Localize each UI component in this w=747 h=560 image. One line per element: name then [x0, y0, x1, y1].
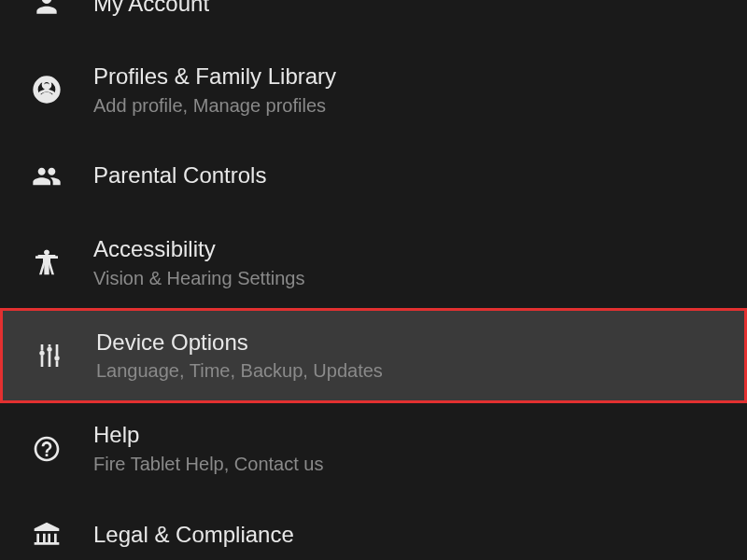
svg-point-3 — [39, 351, 44, 356]
settings-item-help[interactable]: Help Fire Tablet Help, Contact us — [0, 403, 747, 494]
settings-item-text: Parental Controls — [93, 162, 266, 189]
svg-rect-8 — [49, 352, 51, 367]
svg-point-6 — [47, 347, 51, 352]
settings-item-subtitle: Add profile, Manage profiles — [93, 94, 336, 117]
settings-item-title: Profiles & Family Library — [93, 63, 336, 91]
settings-item-accessibility[interactable]: Accessibility Vision & Hearing Settings — [0, 217, 747, 308]
settings-item-subtitle: Fire Tablet Help, Contact us — [93, 453, 323, 475]
settings-item-title: My Account — [93, 0, 209, 17]
settings-item-text: Legal & Compliance — [93, 522, 294, 549]
settings-item-title: Accessibility — [93, 236, 304, 263]
settings-item-text: My Account — [93, 0, 209, 17]
profile-circle-icon — [28, 71, 65, 108]
settings-item-text: Accessibility Vision & Hearing Settings — [93, 236, 304, 289]
settings-item-my-account[interactable]: My Account — [0, 0, 747, 45]
svg-rect-7 — [49, 344, 51, 347]
settings-item-parental-controls[interactable]: Parental Controls — [0, 135, 747, 217]
svg-point-2 — [44, 250, 49, 255]
settings-item-subtitle: Language, Time, Backup, Updates — [96, 359, 383, 382]
settings-item-profiles[interactable]: Profiles & Family Library Add profile, M… — [0, 45, 747, 135]
legal-icon — [28, 516, 65, 553]
settings-item-device-options[interactable]: Device Options Language, Time, Backup, U… — [0, 308, 747, 404]
people-icon — [28, 158, 65, 195]
settings-item-title: Legal & Compliance — [93, 522, 294, 549]
svg-rect-4 — [41, 344, 44, 351]
settings-item-title: Help — [93, 422, 323, 449]
settings-item-title: Parental Controls — [93, 162, 266, 189]
settings-item-title: Device Options — [96, 329, 383, 357]
settings-item-legal[interactable]: Legal & Compliance — [0, 494, 747, 560]
svg-rect-11 — [56, 360, 59, 367]
svg-point-0 — [44, 84, 50, 91]
person-icon — [28, 0, 65, 22]
settings-item-subtitle: Vision & Hearing Settings — [93, 267, 304, 289]
svg-point-9 — [54, 356, 59, 360]
settings-item-text: Profiles & Family Library Add profile, M… — [93, 63, 336, 117]
svg-rect-10 — [56, 344, 59, 356]
settings-item-text: Help Fire Tablet Help, Contact us — [93, 422, 323, 475]
settings-item-text: Device Options Language, Time, Backup, U… — [96, 329, 383, 383]
accessibility-icon — [28, 244, 65, 281]
svg-rect-5 — [41, 356, 44, 367]
help-icon — [28, 430, 65, 468]
sliders-icon — [31, 337, 68, 374]
settings-list: My Account Profiles & Family Library Add… — [0, 0, 747, 560]
